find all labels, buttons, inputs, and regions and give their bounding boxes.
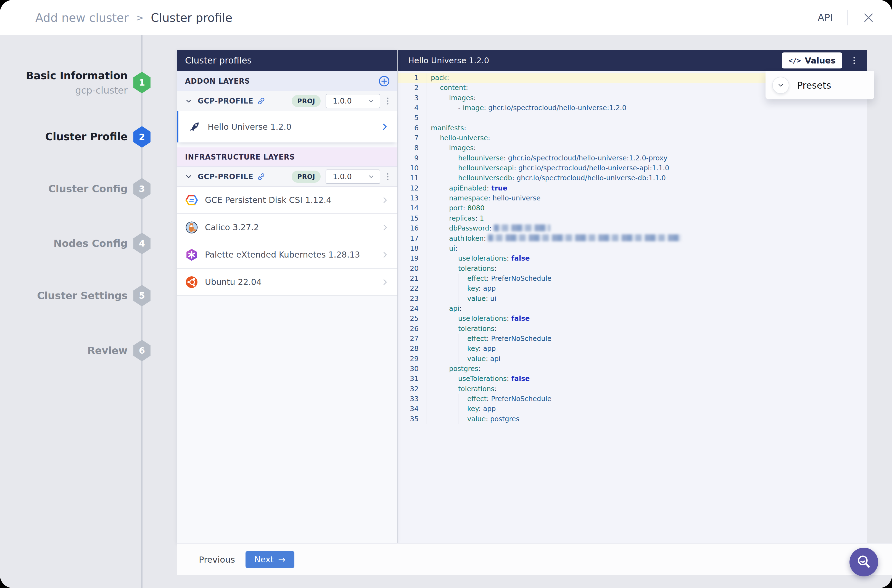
stepper-step-cluster-settings[interactable]: Cluster Settings 5 [0,279,177,312]
line-number: 24 [398,304,426,314]
step-label: Cluster Config [48,181,128,196]
code-line: 31useTolerations: false [398,374,867,384]
pack-name: Hello Universe 1.2.0 [208,122,291,132]
pack-name: Ubuntu 22.04 [205,277,261,287]
presets-label: Presets [797,80,831,91]
kebab-icon [383,172,392,182]
profile-menu-kebab[interactable] [383,96,392,106]
search-fab-button[interactable] [850,548,878,576]
editor-menu-kebab[interactable] [847,54,861,68]
close-wizard-button[interactable] [862,11,875,24]
step-number-hexagon: 2 [134,126,150,148]
line-number: 22 [398,284,426,294]
line-number: 14 [398,203,426,213]
code-line: 32tolerations: [398,384,867,394]
line-number: 5 [398,113,426,123]
code-line: 35value: postgres [398,414,867,424]
breadcrumb-parent-link[interactable]: Add new cluster [35,11,129,25]
code-line: 5 [398,113,867,123]
line-number: 11 [398,173,426,183]
pack-name: Palette eXtended Kubernetes 1.28.13 [205,250,360,260]
chevron-down-icon [368,98,375,105]
stepper-step-basic-information[interactable]: Basic Information gcp-cluster 1 [0,66,177,99]
cluster-profiles-panel: Cluster profiles ADDON LAYERS GCP-PROFIL… [177,50,397,543]
cluster-profiles-title: Cluster profiles [185,55,252,66]
infra-pack-list: GCE Persistent Disk CSI 1.12.4 Calico 3.… [177,187,397,296]
addon-profile-row[interactable]: GCP-PROFILE PROJ 1.0.0 [177,91,397,111]
line-number: 15 [398,213,426,224]
step-number-hexagon: 6 [134,340,150,362]
code-line: 29value: api [398,354,867,364]
code-line: 26tolerations: [398,324,867,334]
code-line: 9hellouniverse: ghcr.io/spectrocloud/hel… [398,153,867,163]
yaml-editor[interactable]: 1pack:2content:3images:4- image: ghcr.io… [398,71,867,424]
presets-toggle-button[interactable] [772,77,789,94]
pxk-icon [185,248,198,261]
profiles-panel-body [177,296,397,543]
add-cluster-wizard: Add new cluster > Cluster profile API Ba… [0,0,892,588]
next-button[interactable]: Next → [246,551,294,568]
step-label: Review [87,343,128,358]
gce-icon [185,194,198,207]
code-line: 20tolerations: [398,264,867,274]
code-line: 27effect: PreferNoSchedule [398,334,867,344]
breadcrumb: Add new cluster > Cluster profile [35,11,232,25]
api-link[interactable]: API [818,12,833,23]
line-number: 16 [398,224,426,233]
add-addon-layer-button[interactable] [378,75,390,87]
stepper-step-nodes-config[interactable]: Nodes Config 4 [0,227,177,260]
stepper-step-cluster-config[interactable]: Cluster Config 3 [0,172,177,206]
link-icon[interactable] [257,97,266,105]
close-icon [862,11,875,24]
step-label: Basic Information [26,68,128,84]
stepper-step-cluster-profile[interactable]: Cluster Profile 2 [0,120,177,153]
chevron-right-icon [381,224,389,232]
line-number: 21 [398,274,426,284]
infra-pack-row[interactable]: GCE Persistent Disk CSI 1.12.4 [177,187,397,214]
profile-version-select[interactable]: 1.0.0 [326,170,380,184]
chevron-down-icon [777,82,784,89]
chevron-right-icon [381,250,389,259]
line-number: 3 [398,93,426,103]
line-number: 30 [398,364,426,374]
calico-icon [185,221,198,234]
profile-name: GCP-PROFILE [198,172,254,181]
infra-profile-row[interactable]: GCP-PROFILE PROJ 1.0.0 [177,167,397,187]
step-number: 2 [139,132,145,142]
line-number: 1 [398,73,426,83]
line-number: 4 [398,103,426,113]
infra-pack-row[interactable]: Ubuntu 22.04 [177,268,397,296]
chevron-down-icon [185,172,193,181]
code-line: 10hellouniverseapi: ghcr.io/spectrocloud… [398,163,867,173]
stepper-step-review[interactable]: Review 6 [0,334,177,367]
profile-name: GCP-PROFILE [198,97,254,105]
line-number: 32 [398,384,426,394]
kebab-icon [383,96,392,106]
editor-header: Hello Universe 1.2.0 </> Values [398,50,867,71]
infra-pack-row[interactable]: Palette eXtended Kubernetes 1.28.13 [177,241,397,268]
search-smile-icon [856,554,872,570]
line-number: 35 [398,414,426,424]
previous-button[interactable]: Previous [199,555,235,564]
code-line: 12apiEnabled: true [398,183,867,193]
topbar-divider [847,10,848,26]
line-number: 7 [398,133,426,143]
profile-version-select[interactable]: 1.0.0 [326,94,380,108]
link-icon[interactable] [257,172,266,181]
code-line: 11hellouniversedb: ghcr.io/spectrocloud/… [398,173,867,183]
addon-pack-row-hello-universe[interactable]: Hello Universe 1.2.0 [177,111,397,142]
line-number: 34 [398,404,426,414]
infra-pack-row[interactable]: Calico 3.27.2 [177,214,397,241]
code-line: 30postgres: [398,364,867,374]
chevron-right-icon [380,122,389,131]
code-line: 4- image: ghcr.io/spectrocloud/hello-uni… [398,103,867,113]
code-line: 33effect: PreferNoSchedule [398,394,867,404]
code-line: 16dbPassword: [398,224,867,233]
profile-menu-kebab[interactable] [383,172,392,182]
line-number: 8 [398,143,426,153]
values-button[interactable]: </> Values [782,52,842,69]
breadcrumb-separator: > [136,12,144,23]
step-label: Cluster Settings [37,288,128,303]
values-editor-panel: Hello Universe 1.2.0 </> Values 1pack:2c… [397,50,867,543]
pack-name: GCE Persistent Disk CSI 1.12.4 [205,195,331,205]
